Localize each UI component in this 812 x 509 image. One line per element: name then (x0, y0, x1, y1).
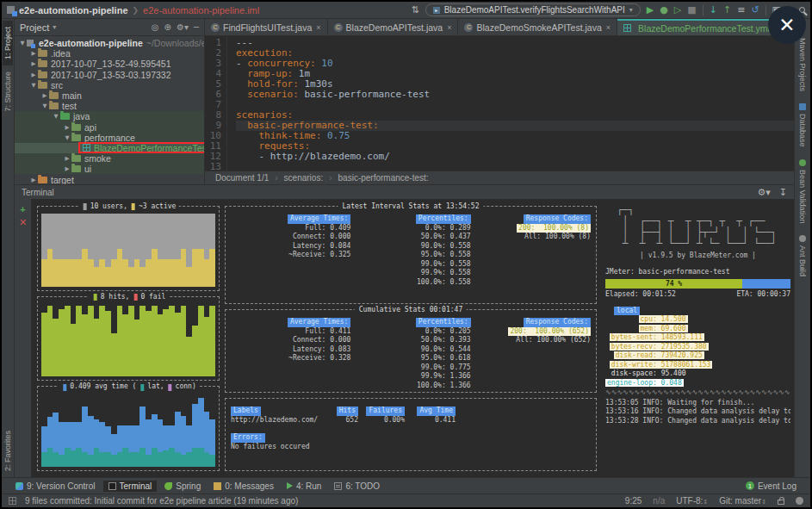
project-panel-header: Project ▾ ◎⊕⚙▾─ (15, 19, 204, 36)
stats-header-tag: Response Codes: (524, 214, 591, 224)
tree-row-idea[interactable]: ▶.idea (15, 48, 204, 59)
breadcrumb-item[interactable]: basic-performance-test: (338, 173, 429, 183)
close-button[interactable]: ✕ (768, 6, 806, 44)
tree-toggle-icon[interactable]: ▶ (29, 71, 38, 78)
close-icon: ✕ (778, 14, 795, 36)
strip-tab-7-structure[interactable]: 7: Structure (3, 65, 13, 118)
strip-tab-database[interactable]: Database (798, 103, 807, 147)
vcs-update-icon[interactable]: ↓ (710, 5, 717, 15)
toolwindow-button-9-version-control[interactable]: 9: Version Control (10, 481, 101, 492)
status-widget-utf-8[interactable]: UTF-8:↕ (676, 496, 708, 506)
tree-row-ui[interactable]: ▶ui (15, 164, 204, 174)
tree-row-main[interactable]: ▶main (15, 90, 204, 101)
breadcrumb-item[interactable]: Document 1/1 (215, 173, 269, 183)
strip-tab-2-favorites[interactable]: 2: Favorites (3, 425, 13, 477)
tree-toggle-icon[interactable]: ▶ (63, 155, 71, 162)
tab-blazedemosmokeapitest-java[interactable]: CBlazeDemoSmokeAPITest.java× (458, 19, 617, 35)
status-widget-n-a[interactable]: n/a (653, 496, 665, 506)
strip-tab-1-project[interactable]: 1: Project (3, 21, 13, 65)
terminal-title: Terminal (22, 188, 54, 197)
run-icon[interactable]: ▶ (647, 5, 654, 15)
tree-toggle-icon[interactable]: ▼ (29, 82, 38, 89)
tree-toggle-icon[interactable]: ▶ (63, 165, 71, 172)
tab-blazedemoperformancetest-yml[interactable]: BlazeDemoPerformanceTest.yml× (617, 19, 785, 35)
console-stats-column: Latest Interval Stats at 13:54:52Average… (221, 201, 600, 475)
messages-icon (214, 482, 221, 490)
strip-tab-bean-validation[interactable]: Bean Validation (798, 159, 807, 223)
vcs-commit-icon[interactable]: ↑ (723, 5, 731, 15)
folder-icon (38, 50, 47, 57)
tree-toggle-icon[interactable]: ▼ (40, 102, 49, 109)
tree-toggle-icon[interactable]: ▶ (63, 124, 71, 131)
debug-icon[interactable]: ● (660, 5, 668, 15)
hide-icon[interactable]: ─ (194, 23, 199, 32)
toolwindow-button-spring[interactable]: Spring (159, 481, 206, 492)
stat-value: bytes-sent: 148593.111 (610, 333, 704, 341)
tree-toggle-icon[interactable]: ▼ (52, 113, 60, 120)
toolwindow-button-event-log[interactable]: 1Event Log (741, 481, 802, 492)
tree-toggle-icon[interactable]: ▶ (40, 92, 49, 99)
stop-icon[interactable]: ■ (687, 5, 696, 15)
hide-down-icon[interactable]: ↧ (779, 188, 787, 197)
new-session-icon[interactable]: + (20, 204, 25, 214)
changes-icon[interactable]: ≡ (737, 5, 745, 15)
sync-icon[interactable]: ⇅ (411, 5, 418, 15)
lock-icon[interactable] (778, 500, 784, 505)
collapse-icon[interactable]: ⊕ (164, 23, 171, 32)
tree-row-2017-10-07-13-53-03-197332[interactable]: ▶2017-10-07_13-53-03.197332 (15, 70, 204, 80)
window-title-project: e2e-automation-pipeline (19, 5, 128, 16)
toolwindow-button-0-messages[interactable]: 0: Messages (208, 481, 279, 492)
undo-icon[interactable]: ↺ (751, 5, 759, 15)
tree-row-api[interactable]: ▶api (15, 122, 204, 133)
taurus-console[interactable]: 10 users, ~3 active8 hits, 0 fail0.409 a… (32, 199, 794, 477)
tree-toggle-icon[interactable]: ▶ (29, 50, 38, 57)
tree-row-2017-10-07-13-52-49-595451[interactable]: ▶2017-10-07_13-52-49.595451 (15, 59, 204, 69)
tree-toggle-icon[interactable]: ▼ (63, 134, 71, 141)
tab-close-icon[interactable]: × (606, 23, 611, 32)
tree-toggle-icon[interactable]: ▶ (29, 60, 38, 67)
run-config-name: BlazeDemoAPITest.verifyFlightsSearchWith… (444, 5, 625, 15)
code-line (236, 162, 794, 171)
monitor-stat-row: engine-loop: 0.048 (605, 379, 790, 388)
status-widget-9-25[interactable]: 9:25 (625, 496, 642, 506)
tree-row-src[interactable]: ▼src (15, 80, 204, 90)
tree-toggle-icon[interactable]: ▼ (18, 40, 27, 47)
chart-bar (158, 394, 164, 467)
settings-icon[interactable]: ⚙▾ (177, 23, 189, 32)
coverage-icon[interactable]: ▷ (674, 5, 681, 15)
breadcrumb-item[interactable]: scenarios: (284, 173, 324, 183)
tree-row-blazedemoperformancetest-yml[interactable]: BlazeDemoPerformanceTest.yml (15, 143, 204, 153)
toolwindow-button-terminal[interactable]: Terminal (103, 481, 158, 492)
strip-tab-ant-build[interactable]: Ant Build (798, 235, 807, 276)
console-charts-column: 10 users, ~3 active8 hits, 0 fail0.409 a… (34, 201, 221, 475)
legend-text: lat, (147, 382, 164, 392)
tree-row-test[interactable]: ▼test (15, 101, 204, 111)
stats-column-header: Response Codes: (471, 318, 591, 327)
tab-close-icon[interactable]: × (447, 23, 451, 32)
tab-close-icon[interactable]: × (316, 23, 320, 32)
tree-row-performance[interactable]: ▼performance (15, 133, 204, 143)
tree-row-java[interactable]: ▼java (15, 111, 204, 121)
tree-row-target[interactable]: ▶target (15, 174, 204, 184)
code-editor[interactable]: 12345678910111213 ---execution:- concurr… (205, 36, 794, 171)
tree-row-e2e-automation-pipeline[interactable]: ▼e2e-automation-pipeline~/Downloads/e2e-… (15, 38, 204, 48)
tree-row-smoke[interactable]: ▶smoke (15, 153, 204, 164)
toolwindow-button-4-run[interactable]: 4: Run (282, 481, 326, 492)
monitor-stat-row: cpu: 14.500 (605, 315, 790, 325)
bar-latency (71, 450, 77, 467)
chart-bar (198, 394, 204, 467)
settings-icon[interactable]: ⚙▾ (757, 188, 770, 197)
tab-blazedemoapitest-java[interactable]: CBlazeDemoAPITest.java× (328, 19, 459, 35)
monitor-stat-row: disk-space: 95.400 (605, 369, 790, 379)
toolwindow-button-6-todo[interactable]: 6: TODO (329, 481, 385, 492)
close-session-icon[interactable]: ✕ (19, 217, 27, 228)
status-widget-git-master[interactable]: Git: master↕ (719, 496, 766, 506)
tab-findflightsuitest-java[interactable]: CFindFlightsUITest.java× (205, 19, 328, 35)
tree-toggle-icon[interactable]: ▶ (29, 177, 38, 183)
tool-window-switcher-icon[interactable] (9, 497, 16, 505)
stat-value: disk-space: 95.400 (610, 369, 688, 377)
ide-face-icon[interactable] (796, 497, 803, 505)
locate-icon[interactable]: ◎ (152, 23, 159, 32)
chevron-down-icon[interactable]: ▾ (53, 23, 56, 31)
run-config-select[interactable]: ▸ BlazeDemoAPITest.verifyFlightsSearchWi… (425, 3, 641, 16)
